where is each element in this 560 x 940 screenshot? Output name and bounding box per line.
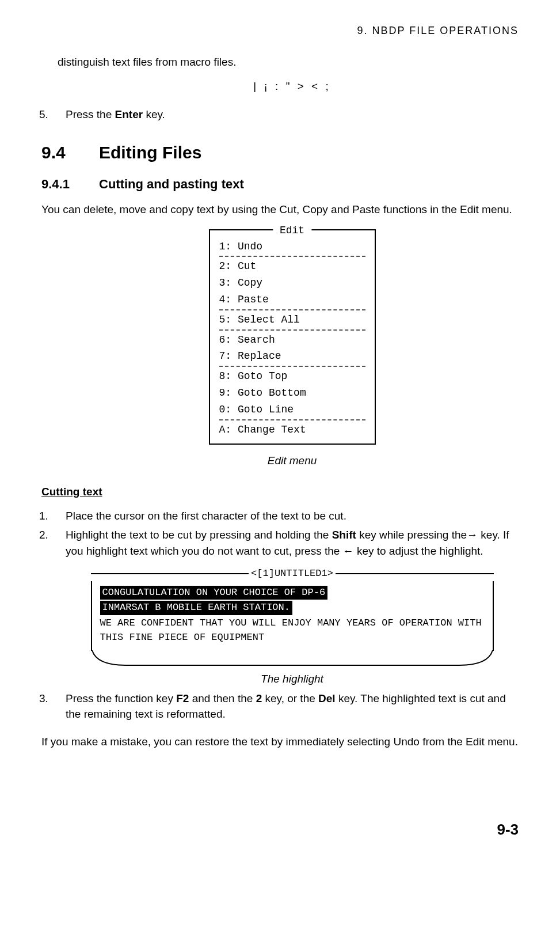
highlight-box: <[1]UNTITLED1> CONGULATULATION ON YOUR C… (91, 567, 494, 668)
step-content: Place the cursor on the first character … (66, 508, 519, 524)
hb-line-right (336, 573, 494, 574)
edit-menu-item-copy: 3: Copy (219, 275, 365, 291)
menu-divider (219, 419, 365, 420)
highlight-caption: The highlight (66, 671, 519, 687)
highlight-bottom-curve (91, 650, 494, 668)
section-title: Editing Files (99, 143, 201, 162)
section-9-4-heading: 9.4Editing Files (41, 140, 519, 165)
edit-menu-item-change-text: A: Change Text (219, 422, 365, 438)
hb-line-left (91, 573, 249, 574)
undo-note: If you make a mistake, you can restore t… (41, 734, 519, 750)
subsection-number: 9.4.1 (41, 175, 99, 194)
menu-divider (219, 256, 365, 257)
page-number: 9-3 (41, 819, 519, 841)
special-characters: | ¡ : " > < ; (66, 78, 519, 94)
menu-divider (219, 366, 365, 367)
step-5: 5. Press the Enter key. (39, 107, 519, 123)
highlighted-line-1: CONGULATULATION ON YOUR CHOICE OF DP-6 (100, 586, 328, 600)
cut-step-2: 2. Highlight the text to be cut by press… (39, 527, 519, 559)
edit-menu-item-search: 6: Search (219, 332, 365, 348)
enter-key-label: Enter (115, 108, 143, 120)
chapter-header: 9. NBDP FILE OPERATIONS (41, 23, 519, 38)
highlight-figure: <[1]UNTITLED1> CONGULATULATION ON YOUR C… (66, 567, 519, 668)
t: key, or the (262, 692, 318, 704)
edit-menu-item-goto-line: 0: Goto Line (219, 401, 365, 418)
subsection-intro: You can delete, move and copy text by us… (41, 202, 519, 218)
cutting-text-heading: Cutting text (41, 484, 519, 500)
edit-menu-title: Edit (273, 222, 311, 239)
menu-divider (219, 309, 365, 310)
t: and then the (189, 692, 256, 704)
step-content: Press the function key F2 and then the 2… (66, 691, 519, 722)
edit-menu-item-paste: 4: Paste (219, 291, 365, 308)
step-content: Highlight the text to be cut by pressing… (66, 527, 519, 559)
edit-menu-item-goto-bottom: 9: Goto Bottom (219, 385, 365, 401)
step-number: 2. (39, 527, 66, 559)
edit-menu-item-goto-top: 8: Goto Top (219, 368, 365, 385)
highlighted-line-2: INMARSAT B MOBILE EARTH STATION. (100, 601, 292, 615)
step-number: 3. (39, 691, 66, 722)
cut-step-3: 3. Press the function key F2 and then th… (39, 691, 519, 722)
f2-key-label: F2 (176, 692, 189, 704)
step5-text-a: Press the (66, 108, 115, 120)
edit-menu-item-replace: 7: Replace (219, 348, 365, 365)
menu-divider (219, 329, 365, 331)
cut-step2-a: Highlight the text to be cut by pressing… (66, 529, 332, 541)
subsection-9-4-1-heading: 9.4.1Cutting and pasting text (41, 175, 519, 194)
plain-text: WE ARE CONFIDENT THAT YOU WILL ENJOY MAN… (100, 617, 482, 643)
t: Press the function key (66, 692, 176, 704)
del-key-label: Del (318, 692, 336, 704)
cut-step-1: 1. Place the cursor on the first charact… (39, 508, 519, 524)
edit-menu-box: Edit 1: Undo 2: Cut 3: Copy 4: Paste 5: … (209, 229, 376, 445)
edit-menu-figure: Edit 1: Undo 2: Cut 3: Copy 4: Paste 5: … (66, 229, 519, 445)
step-number: 5. (39, 107, 66, 123)
edit-menu-item-cut: 2: Cut (219, 258, 365, 275)
key-2-label: 2 (256, 692, 262, 704)
edit-menu-item-undo: 1: Undo (219, 238, 365, 255)
highlight-title: <[1]UNTITLED1> (249, 567, 336, 581)
step-number: 1. (39, 508, 66, 524)
shift-key-label: Shift (332, 529, 356, 541)
step-content: Press the Enter key. (66, 107, 519, 123)
edit-menu-caption: Edit menu (66, 453, 519, 469)
step5-text-b: key. (143, 108, 165, 120)
paragraph-distinguish: distinguish text files from macro files. (58, 54, 519, 70)
highlight-body: CONGULATULATION ON YOUR CHOICE OF DP-6 I… (91, 581, 494, 651)
edit-menu-item-select-all: 5: Select All (219, 312, 365, 328)
section-number: 9.4 (41, 140, 99, 165)
subsection-title: Cutting and pasting text (99, 177, 244, 191)
